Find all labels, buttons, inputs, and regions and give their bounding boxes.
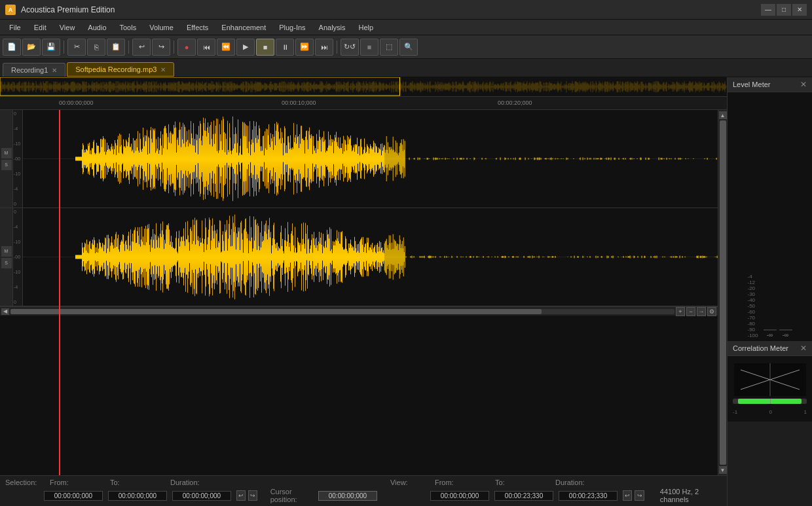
to-end-button[interactable]: ⏭: [315, 39, 333, 56]
undo-sel-button[interactable]: ↩: [236, 490, 246, 501]
scale-n0db: -00: [14, 156, 22, 161]
cut-button[interactable]: ✂: [67, 39, 86, 56]
menu-item-effects[interactable]: Effects: [180, 20, 215, 35]
pause-button[interactable]: ⏸: [276, 39, 294, 56]
track-2-solo[interactable]: S: [1, 258, 12, 268]
track-2-waveform[interactable]: [23, 208, 718, 306]
paste-button[interactable]: 📋: [107, 39, 125, 56]
to-input[interactable]: [108, 491, 167, 501]
overview-strip[interactable]: [0, 77, 727, 97]
left-meter-bar-container: [764, 329, 777, 331]
level-meter-panel: Level Meter ✕ -4 -12 -20 -30 -40 -50 -60…: [728, 77, 812, 341]
copy-button[interactable]: ⎘: [87, 39, 105, 56]
track-1-scale: 0 -4 -10 -00 -10 -4 0: [13, 110, 23, 208]
redo-sel-button[interactable]: ↪: [248, 490, 257, 501]
track-1-waveform[interactable]: [23, 110, 718, 208]
time-marker-2: 00:00:20;000: [498, 99, 532, 106]
to-label: To:: [110, 479, 162, 486]
scroll-down-arrow[interactable]: ▼: [719, 466, 727, 474]
level-meter-close[interactable]: ✕: [800, 80, 807, 89]
level-meter-title: Level Meter: [733, 81, 770, 88]
tab-softpedia-close[interactable]: ✕: [160, 66, 166, 73]
menu-item-volume[interactable]: Volume: [143, 20, 180, 35]
correlation-meter-close[interactable]: ✕: [800, 344, 807, 353]
open-button[interactable]: 📂: [22, 39, 41, 56]
app-icon: A: [5, 5, 16, 15]
scale2-0: 0: [14, 209, 22, 214]
toolbar-sep-1: [64, 41, 64, 54]
track-2-mute[interactable]: M: [1, 246, 12, 257]
play-button[interactable]: ▶: [236, 39, 255, 56]
zoom-out-button[interactable]: −: [686, 307, 695, 316]
menu-item-file[interactable]: File: [3, 20, 28, 35]
tab-bar: Recording1 ✕ Softpedia Recording.mp3 ✕: [0, 59, 812, 77]
zoom-settings-button[interactable]: ⚙: [707, 307, 716, 316]
redo-button[interactable]: ↪: [152, 39, 170, 56]
scroll-thumb[interactable]: [10, 309, 542, 314]
scroll-up-arrow[interactable]: ▲: [719, 111, 727, 119]
waveform-tracks[interactable]: M S 0 -4 -10 -00 -10 -4 0: [0, 110, 718, 475]
menu-item-analysis[interactable]: Analysis: [312, 20, 352, 35]
zoom-fit-button[interactable]: →: [697, 307, 706, 316]
tab-recording1[interactable]: Recording1 ✕: [3, 63, 65, 77]
vertical-scrollbar[interactable]: ▲ ▼: [718, 110, 727, 475]
cursor-input[interactable]: [318, 491, 377, 501]
correlation-meter-title: Correlation Meter: [733, 344, 788, 352]
view-to-input[interactable]: [494, 491, 553, 501]
scale-n50: -50: [748, 303, 761, 309]
menu-item-enhancement[interactable]: Enhancement: [215, 20, 272, 35]
view-from-input[interactable]: [430, 491, 489, 501]
correlation-meter-header: Correlation Meter ✕: [728, 341, 812, 356]
duration-input[interactable]: [172, 491, 231, 501]
mix-button[interactable]: ≡: [360, 39, 378, 56]
scale-n4: -4: [14, 126, 22, 131]
scroll-v-thumb[interactable]: [720, 120, 726, 465]
undo-view-button[interactable]: ↩: [623, 490, 632, 501]
redo-view-button[interactable]: ↪: [635, 490, 644, 501]
select-region-button[interactable]: ⬚: [380, 39, 398, 56]
track-1-solo[interactable]: S: [1, 160, 12, 170]
track-1-controls: M S: [0, 110, 13, 208]
maximize-button[interactable]: □: [777, 4, 791, 16]
save-button[interactable]: 💾: [42, 39, 60, 56]
menu-item-audio[interactable]: Audio: [81, 20, 113, 35]
close-button[interactable]: ✕: [792, 4, 807, 16]
undo-button[interactable]: ↩: [132, 39, 151, 56]
to-start-button[interactable]: ⏮: [197, 39, 215, 56]
menu-item-view[interactable]: View: [53, 20, 82, 35]
track-1-mute[interactable]: M: [1, 148, 12, 158]
tab-softpedia[interactable]: Softpedia Recording.mp3 ✕: [67, 62, 174, 77]
fast-forward-button[interactable]: ⏩: [295, 39, 314, 56]
from-input[interactable]: [44, 491, 103, 501]
scroll-left-arrow[interactable]: ◀: [1, 308, 9, 315]
zoom-tool-button[interactable]: 🔍: [399, 39, 418, 56]
correlation-canvas: [734, 363, 806, 396]
zoom-in-button[interactable]: +: [676, 307, 685, 316]
tab-recording1-label: Recording1: [11, 66, 48, 74]
tab-recording1-close[interactable]: ✕: [52, 67, 57, 74]
scroll-track[interactable]: [10, 309, 674, 314]
view-duration-input[interactable]: [559, 491, 618, 501]
menu-item-plug-ins[interactable]: Plug-Ins: [272, 20, 312, 35]
record-button[interactable]: ●: [177, 39, 196, 56]
view-from-label: From:: [435, 479, 487, 486]
scale-n20: -20: [748, 285, 761, 291]
loop-button[interactable]: ↻↺: [341, 39, 359, 56]
scale-n80: -80: [748, 321, 761, 327]
track-1: M S 0 -4 -10 -00 -10 -4 0: [0, 110, 718, 208]
rewind-button[interactable]: ⏪: [217, 39, 235, 56]
view-label: View:: [390, 479, 430, 486]
view-group: View: From: To: Duration: ↩ ↪ 44100 Hz, …: [390, 479, 722, 503]
new-button[interactable]: 📄: [3, 39, 21, 56]
scale-n10b: -10: [14, 172, 22, 176]
scale-n70: -70: [748, 315, 761, 321]
menu-item-edit[interactable]: Edit: [28, 20, 53, 35]
menu-item-tools[interactable]: Tools: [113, 20, 143, 35]
minimize-button[interactable]: —: [761, 4, 775, 16]
left-meter-value: -∞: [767, 332, 773, 338]
timeline-ruler: 00:00:00;000 00:00:10;000 00:00:20;000: [0, 97, 727, 110]
menu-item-help[interactable]: Help: [352, 20, 380, 35]
stop-button[interactable]: ■: [256, 39, 274, 56]
horizontal-scrollbar[interactable]: ◀ + − → ⚙: [0, 306, 718, 316]
time-marker-0: 00:00:00;000: [59, 99, 94, 106]
